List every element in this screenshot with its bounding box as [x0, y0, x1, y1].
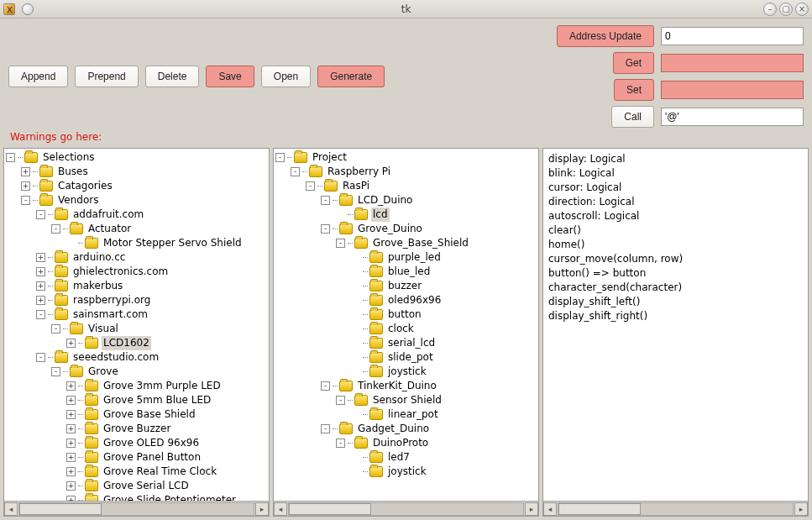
tree-node[interactable]: clock: [275, 322, 537, 336]
scroll-left-icon[interactable]: ◂: [543, 502, 557, 516]
tree-node[interactable]: -RasPi: [275, 179, 537, 193]
tree-node[interactable]: -addafruit.com: [6, 207, 267, 222]
expand-icon[interactable]: +: [36, 253, 45, 262]
expand-icon[interactable]: +: [36, 267, 45, 276]
set-button[interactable]: Set: [614, 79, 654, 101]
tree-node[interactable]: +ghielectronics.com: [6, 265, 267, 279]
selections-tree[interactable]: -Selections+Buses+Catagories-Vendors-add…: [4, 149, 269, 501]
tree-label[interactable]: Grove Panel Button: [102, 450, 202, 465]
tree-node[interactable]: -seeedstudio.com: [6, 350, 267, 365]
call-input[interactable]: [661, 108, 804, 126]
expand-icon[interactable]: +: [66, 439, 76, 448]
tree-node[interactable]: +Grove 3mm Purple LED: [6, 379, 267, 393]
expand-icon[interactable]: +: [21, 181, 30, 191]
tree-label[interactable]: Catagories: [56, 179, 114, 193]
tree-label[interactable]: raspberrypi.org: [71, 293, 152, 307]
tree-label[interactable]: slide_pot: [386, 350, 435, 365]
tree-label[interactable]: addafruit.com: [71, 207, 145, 222]
tree-node[interactable]: +Grove Base Shield: [6, 407, 267, 422]
tree-label[interactable]: Grove Slide Potentiometer: [102, 493, 238, 501]
property-item[interactable]: character_send(character): [548, 281, 803, 295]
tree-node[interactable]: +Grove Slide Potentiometer: [6, 493, 267, 501]
tree-label[interactable]: button: [386, 307, 423, 322]
tree-label[interactable]: ghielectronics.com: [71, 265, 170, 279]
tree-node[interactable]: oled96x96: [275, 293, 537, 307]
collapse-icon[interactable]: -: [336, 439, 345, 448]
tree-label[interactable]: clock: [386, 322, 416, 336]
tree-label[interactable]: Project: [311, 150, 348, 165]
expand-icon[interactable]: +: [66, 424, 76, 433]
collapse-icon[interactable]: -: [51, 224, 60, 234]
call-button[interactable]: Call: [611, 106, 654, 128]
tree-node[interactable]: -Project: [275, 150, 537, 165]
collapse-icon[interactable]: -: [36, 353, 45, 362]
property-item[interactable]: cursor_move(column, row): [548, 252, 803, 266]
tree-node[interactable]: +Buses: [6, 165, 267, 179]
collapse-icon[interactable]: -: [321, 381, 330, 391]
collapse-icon[interactable]: -: [36, 210, 45, 219]
tree-label[interactable]: Grove Serial LCD: [102, 479, 191, 493]
property-item[interactable]: display: Logical: [548, 152, 803, 166]
tree-label[interactable]: Grove 5mm Blue LED: [102, 393, 212, 407]
scroll-right-icon[interactable]: ▸: [525, 502, 538, 516]
tree-node[interactable]: -Actuator: [6, 222, 267, 236]
tree-node[interactable]: -Visual: [6, 322, 267, 336]
expand-icon[interactable]: +: [36, 296, 45, 305]
expand-icon[interactable]: +: [66, 410, 76, 419]
tree-label[interactable]: blue_led: [386, 265, 432, 279]
expand-icon[interactable]: +: [36, 281, 45, 291]
tree-label[interactable]: buzzer: [386, 279, 423, 293]
tree-label[interactable]: seeedstudio.com: [71, 350, 160, 365]
tree-node[interactable]: -Grove: [6, 365, 267, 379]
tree-label[interactable]: Grove_Base_Shield: [371, 236, 470, 250]
tree-node[interactable]: Motor Stepper Servo Shield: [6, 236, 267, 250]
collapse-icon[interactable]: -: [36, 310, 45, 319]
tree-label[interactable]: TinkerKit_Duino: [356, 379, 438, 393]
property-item[interactable]: clear(): [548, 223, 803, 238]
scroll-right-icon[interactable]: ▸: [794, 502, 808, 516]
tree-node[interactable]: +raspberrypi.org: [6, 293, 267, 307]
tree-node[interactable]: +Catagories: [6, 179, 267, 193]
minimize-button[interactable]: –: [763, 3, 777, 16]
tree-label[interactable]: Grove Buzzer: [102, 422, 172, 436]
generate-button[interactable]: Generate: [317, 66, 385, 87]
tree-label[interactable]: Selections: [41, 150, 97, 165]
expand-icon[interactable]: +: [66, 381, 76, 391]
tree-label[interactable]: DuinoProto: [371, 436, 430, 450]
address-update-button[interactable]: Address Update: [557, 25, 654, 47]
tree-label[interactable]: Actuator: [86, 222, 133, 236]
tree-label[interactable]: led7: [386, 450, 411, 465]
expand-icon[interactable]: +: [66, 396, 76, 405]
tree-label[interactable]: joystick: [386, 465, 428, 479]
tree-node[interactable]: joystick: [275, 465, 537, 479]
tree-label[interactable]: purple_led: [386, 250, 443, 265]
tree-node[interactable]: +Grove Panel Button: [6, 450, 267, 465]
expand-icon[interactable]: +: [66, 339, 76, 348]
hscrollbar[interactable]: ◂ ▸: [274, 501, 538, 516]
tree-node[interactable]: -Raspberry Pi: [275, 165, 537, 179]
hscrollbar[interactable]: ◂ ▸: [543, 501, 808, 516]
property-item[interactable]: direction: Logical: [548, 195, 803, 209]
append-button[interactable]: Append: [8, 66, 68, 87]
tree-label[interactable]: Motor Stepper Servo Shield: [102, 236, 244, 250]
tree-node[interactable]: led7: [275, 450, 537, 465]
expand-icon[interactable]: +: [21, 167, 30, 176]
collapse-icon[interactable]: -: [336, 239, 345, 248]
tree-label[interactable]: Grove Base Shield: [102, 407, 197, 422]
tree-label[interactable]: joystick: [386, 365, 428, 379]
tree-label[interactable]: linear_pot: [386, 407, 440, 422]
prepend-button[interactable]: Prepend: [75, 66, 138, 87]
tree-label[interactable]: Gadget_Duino: [356, 422, 431, 436]
close-button[interactable]: ×: [795, 3, 809, 16]
tree-label[interactable]: lcd: [371, 207, 390, 222]
tree-node[interactable]: joystick: [275, 365, 537, 379]
tree-node[interactable]: -Selections: [6, 150, 267, 165]
tree-node[interactable]: -Vendors: [6, 193, 267, 207]
tree-label[interactable]: Grove_Duino: [356, 222, 424, 236]
tree-label[interactable]: Grove 3mm Purple LED: [102, 379, 223, 393]
collapse-icon[interactable]: -: [51, 324, 60, 334]
property-item[interactable]: cursor: Logical: [548, 181, 803, 195]
tree-node[interactable]: -sainsmart.com: [6, 307, 267, 322]
tree-node[interactable]: lcd: [275, 207, 537, 222]
property-item[interactable]: autoscroll: Logical: [548, 209, 803, 223]
